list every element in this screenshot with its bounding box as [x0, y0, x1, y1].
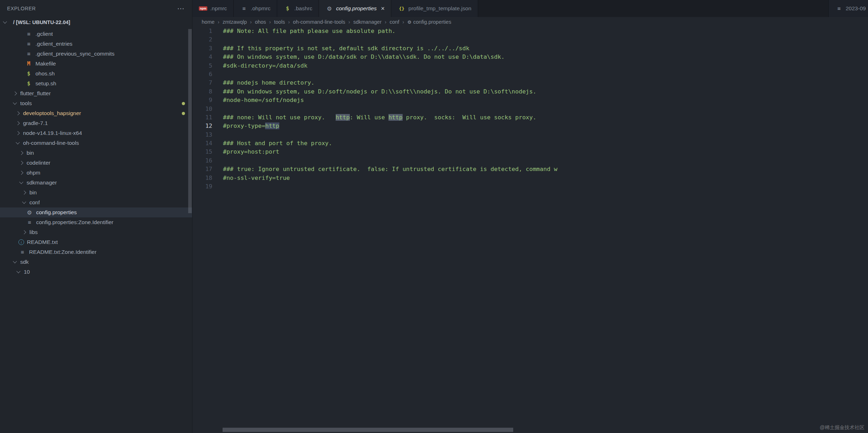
code-line[interactable]: 6 — [192, 70, 868, 79]
tree-item-setup-sh[interactable]: $setup.sh — [0, 79, 192, 89]
breadcrumb-item-home[interactable]: home — [202, 19, 214, 25]
tree-item-libs[interactable]: libs — [0, 227, 192, 237]
code-line[interactable]: 15#proxy=host:port — [192, 148, 868, 156]
chevron-right-icon: › — [348, 19, 350, 25]
tree-item-readme-txt[interactable]: iREADME.txt — [0, 237, 192, 247]
tab-ohpmrc[interactable]: ≡.ohpmrc — [234, 0, 277, 17]
tab-bashrc[interactable]: $.bashrc — [277, 0, 319, 17]
breadcrumb-item-ohos[interactable]: ohos — [255, 19, 266, 25]
tab-npmrc[interactable]: npm.npmrc — [192, 0, 234, 17]
tree-item-flutter-flutter[interactable]: flutter_flutter — [0, 89, 192, 98]
tree-item-sdk[interactable]: sdk — [0, 257, 192, 267]
code-line-text — [212, 131, 223, 139]
tree-item-developtools-hapsigner[interactable]: developtools_hapsigner — [0, 108, 192, 118]
tree-item-label: .gclient — [35, 31, 53, 37]
code-line[interactable]: 2 — [192, 35, 868, 44]
code-line-text: ### true: Ignore untrusted certificate. … — [212, 165, 558, 173]
tree-item-conf[interactable]: conf — [0, 198, 192, 207]
code-line-text: ### nodejs home directory. — [212, 79, 314, 87]
npm-icon: npm — [199, 6, 207, 11]
chevron-right-icon — [22, 230, 26, 234]
code-line-text: ### On windows system, use D:/soft/nodej… — [212, 87, 536, 96]
more-actions-icon[interactable]: ⋯ — [177, 7, 185, 10]
tree-item-config-properties-zone-identifier[interactable]: ≡config.properties:Zone.Identifier — [0, 217, 192, 227]
code-line[interactable]: 4### On windows system, use D:/data/sdk … — [192, 53, 868, 61]
tree-item-ohos-sh[interactable]: $ohos.sh — [0, 69, 192, 79]
code-line-text — [212, 105, 223, 113]
code-line[interactable]: 16 — [192, 156, 868, 165]
tree-item-10[interactable]: 10 — [0, 267, 192, 277]
sidebar-scrollbar[interactable] — [188, 29, 192, 213]
breadcrumb-item-zmtzawqlp[interactable]: zmtzawqlp — [223, 19, 247, 25]
code-line[interactable]: 8### On windows system, use D:/soft/node… — [192, 87, 868, 96]
code-line-text: ### If this property is not set, default… — [212, 44, 469, 53]
tree-item-ohpm[interactable]: ohpm — [0, 168, 192, 178]
tab-label: profile_tmp_template.json — [408, 5, 471, 12]
tree-item-label: libs — [29, 229, 38, 235]
tree-item-makefile[interactable]: MMakefile — [0, 59, 192, 69]
tree-item-label: README.txt:Zone.Identifier — [29, 249, 96, 255]
code-line[interactable]: 9#node-home=/soft/nodejs — [192, 96, 868, 104]
workspace-section-header[interactable]: / [WSL: UBUNTU-22.04] — [0, 17, 192, 28]
json-icon: {} — [398, 6, 405, 11]
tab-2023-09[interactable]: ≡2023-09 — [828, 0, 868, 17]
tree-item-sdkmanager[interactable]: sdkmanager — [0, 178, 192, 188]
chevron-down-icon — [3, 19, 7, 23]
code-editor[interactable]: 1### Note: All file path please use abso… — [192, 27, 868, 433]
breadcrumb-item-tools[interactable]: tools — [274, 19, 285, 25]
tree-item-label: bin — [29, 189, 37, 196]
tab-profile-tmp-template-json[interactable]: {}profile_tmp_template.json — [391, 0, 478, 17]
gear-icon: ⚙ — [325, 5, 333, 12]
line-number: 8 — [192, 87, 212, 96]
file-icon: ≡ — [18, 249, 26, 255]
code-line[interactable]: 5#sdk-directory=/data/sdk — [192, 62, 868, 70]
code-line[interactable]: 18#no-ssl-verify=true — [192, 174, 868, 182]
line-number: 4 — [192, 53, 212, 61]
tab-label: .ohpmrc — [251, 5, 270, 12]
tree-item-tools[interactable]: tools — [0, 98, 192, 108]
tree-item-readme-txt-zone-identifier[interactable]: ≡README.txt:Zone.Identifier — [0, 247, 192, 257]
tree-item-label: .gclient_entries — [35, 41, 72, 47]
tree-item-gclient-entries[interactable]: ≡.gclient_entries — [0, 39, 192, 49]
tree-item-gclient-previous-sync-commits[interactable]: ≡.gclient_previous_sync_commits — [0, 49, 192, 59]
breadcrumb-item-config-properties[interactable]: ⚙config.properties — [407, 19, 451, 25]
breadcrumb-item-conf[interactable]: conf — [390, 19, 399, 25]
tree-item-label: developtools_hapsigner — [23, 110, 81, 116]
breadcrumb-item-sdkmanager[interactable]: sdkmanager — [353, 19, 382, 25]
code-line[interactable]: 12#proxy-type=http — [192, 122, 868, 130]
line-number: 1 — [192, 27, 212, 35]
tree-item-bin[interactable]: bin — [0, 188, 192, 198]
tree-item-gradle-7-1[interactable]: gradle-7.1 — [0, 118, 192, 128]
tree-item-gclient[interactable]: ≡.gclient — [0, 29, 192, 39]
code-line[interactable]: 1### Note: All file path please use abso… — [192, 27, 868, 35]
code-line[interactable]: 7### nodejs home directory. — [192, 79, 868, 87]
line-number: 3 — [192, 44, 212, 53]
explorer-header: EXPLORER ⋯ — [0, 0, 192, 17]
code-line[interactable]: 11### none: Will not use proxy. http: Wi… — [192, 113, 868, 122]
tree-item-label: 10 — [24, 269, 30, 275]
chevron-down-icon — [16, 140, 19, 144]
tab-label: config.properties — [336, 5, 377, 12]
close-icon[interactable]: × — [381, 5, 385, 12]
tree-item-oh-command-line-tools[interactable]: oh-command-line-tools — [0, 138, 192, 148]
breadcrumb-item-oh-command-line-tools[interactable]: oh-command-line-tools — [293, 19, 345, 25]
code-line-text: #sdk-directory=/data/sdk — [212, 62, 307, 70]
code-line[interactable]: 13 — [192, 131, 868, 139]
tree-item-config-properties[interactable]: ⚙config.properties — [0, 207, 192, 217]
info-icon: i — [18, 239, 24, 245]
tree-item-codelinter[interactable]: codelinter — [0, 158, 192, 168]
code-line[interactable]: 17### true: Ignore untrusted certificate… — [192, 165, 868, 173]
tab-config-properties[interactable]: ⚙config.properties× — [319, 0, 391, 17]
chevron-right-icon — [19, 171, 23, 175]
code-line[interactable]: 19 — [192, 182, 868, 191]
file-icon: ≡ — [25, 31, 33, 37]
horizontal-scrollbar[interactable] — [223, 428, 513, 432]
tree-item-node-v14-19-1-linux-x64[interactable]: node-v14.19.1-linux-x64 — [0, 128, 192, 138]
chevron-right-icon: › — [385, 19, 387, 25]
line-number: 15 — [192, 148, 212, 156]
code-line[interactable]: 3### If this property is not set, defaul… — [192, 44, 868, 53]
code-line[interactable]: 14### Host and port of the proxy. — [192, 139, 868, 148]
line-number: 18 — [192, 174, 212, 182]
tree-item-bin[interactable]: bin — [0, 148, 192, 158]
code-line[interactable]: 10 — [192, 105, 868, 113]
